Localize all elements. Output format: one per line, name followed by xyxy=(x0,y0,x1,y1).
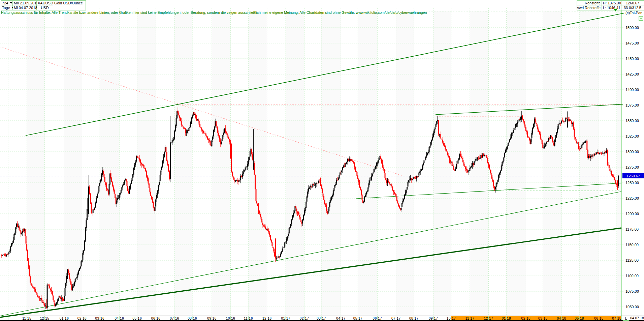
candle-body xyxy=(158,185,159,191)
candle-body xyxy=(586,141,587,150)
candle-body xyxy=(156,195,157,199)
candle-body xyxy=(493,181,494,186)
candle-body xyxy=(36,293,37,295)
candle-body xyxy=(396,197,397,201)
candle-body xyxy=(488,163,489,165)
candle-body xyxy=(237,180,238,181)
candle-body xyxy=(497,180,498,182)
candle-body xyxy=(337,180,338,180)
candle-body xyxy=(609,169,610,171)
candle-body xyxy=(583,143,584,144)
candle-body xyxy=(137,157,138,158)
candle-body xyxy=(188,128,189,131)
candle-body xyxy=(59,296,60,297)
candle-body xyxy=(303,215,304,220)
candle-body xyxy=(570,120,571,121)
candle-body xyxy=(256,201,257,204)
candle-body xyxy=(32,286,33,287)
candle-body xyxy=(291,220,292,224)
candle-body xyxy=(358,179,359,182)
candle-body xyxy=(567,119,568,127)
month-label: 06 16 xyxy=(151,317,161,320)
candle-body xyxy=(429,147,430,152)
candle-body xyxy=(496,182,497,184)
candle-body xyxy=(100,180,101,182)
candle-body xyxy=(546,142,547,144)
candle-body xyxy=(79,268,80,270)
candle-body xyxy=(339,175,340,179)
candle-body xyxy=(54,300,55,302)
candle-body xyxy=(55,304,56,306)
candle-body xyxy=(50,289,51,290)
candle-body xyxy=(251,149,252,154)
candle-body xyxy=(151,196,152,199)
candle-body xyxy=(172,140,173,143)
candle-body xyxy=(31,284,32,286)
month-label: 03 18 xyxy=(538,317,548,320)
candle-body xyxy=(341,173,342,173)
price-axis-label: 1325.00 xyxy=(625,134,639,138)
candle-body xyxy=(515,124,516,128)
candle-body xyxy=(375,166,376,169)
candle-body xyxy=(183,126,184,127)
candle-body xyxy=(107,189,108,190)
candle-body xyxy=(250,151,251,157)
candle-body xyxy=(342,167,343,170)
candle-body xyxy=(576,139,577,141)
month-label: 12 17 xyxy=(484,317,493,320)
candle-body xyxy=(552,137,553,142)
candle-body xyxy=(137,156,138,158)
candle-body xyxy=(532,133,533,139)
candle-body xyxy=(30,276,31,283)
candle-body xyxy=(231,144,232,172)
candle-body xyxy=(282,249,283,252)
candle-body xyxy=(565,121,566,122)
month-label: 05 16 xyxy=(132,317,142,320)
candle-body xyxy=(124,181,125,183)
candle-body xyxy=(12,243,13,244)
candle-body xyxy=(38,298,39,298)
candle-body xyxy=(211,141,212,147)
candle-body xyxy=(438,120,439,135)
month-label: 12 16 xyxy=(262,317,272,320)
candle-body xyxy=(522,116,523,119)
candle-body xyxy=(614,177,615,180)
candle-body xyxy=(155,207,156,211)
candle-body xyxy=(405,193,406,195)
candle-body xyxy=(445,146,446,150)
month-band xyxy=(543,11,561,315)
candle-body xyxy=(578,144,579,149)
candle-body xyxy=(480,157,481,159)
candle-body xyxy=(36,292,37,293)
candle-body xyxy=(492,179,493,182)
candle-body xyxy=(545,144,546,146)
candle-body xyxy=(529,138,530,140)
candle-body xyxy=(148,178,149,183)
candle-body xyxy=(582,144,583,145)
month-label: 02 16 xyxy=(77,317,87,320)
candle-body xyxy=(440,134,441,138)
candle-body xyxy=(89,186,90,194)
candle-body xyxy=(508,142,509,143)
collapse-box-icon[interactable] xyxy=(639,16,643,21)
month-label: 02 17 xyxy=(300,317,309,320)
candle-body xyxy=(150,192,151,196)
candle-body xyxy=(367,187,368,192)
header-right: Rohstoffe H: 1375.30 1260.67 vwd Rohstof… xyxy=(577,0,644,10)
candle-body xyxy=(475,161,476,162)
candle-body xyxy=(113,186,114,190)
period-dropdown[interactable]: Tage xyxy=(1,5,13,10)
month-label: 12 15 xyxy=(40,317,50,320)
candle-body xyxy=(65,288,66,296)
candle-body xyxy=(210,141,211,145)
candle-body xyxy=(268,231,269,232)
candle-body xyxy=(402,201,403,203)
candle-body xyxy=(261,219,262,223)
candle-body xyxy=(399,206,400,208)
bars-count-dropdown[interactable]: 724 xyxy=(1,1,13,5)
candle-body xyxy=(470,168,471,171)
candle-body xyxy=(425,157,426,159)
candle-body xyxy=(91,203,92,213)
candle-body xyxy=(357,175,358,179)
candle-body xyxy=(312,187,313,188)
